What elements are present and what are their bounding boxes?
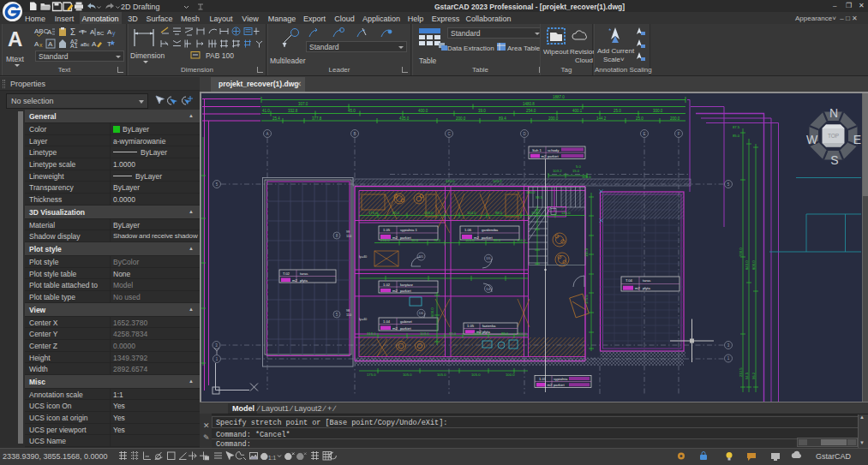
svg-text:T.04: T.04 [626,278,633,283]
svg-text:94.5: 94.5 [745,372,749,379]
svg-text:88.0: 88.0 [494,238,501,242]
svg-text:m2: m2 [392,289,398,293]
svg-text:sypialnia: sypialnia [554,377,568,381]
svg-text:103.2: 103.2 [553,169,562,173]
svg-text:parkiet: parkiet [554,383,565,387]
svg-text:parkiet: parkiet [548,154,559,158]
svg-text:400.0: 400.0 [418,109,428,113]
svg-text:200.0: 200.0 [456,116,466,121]
svg-text:1.02: 1.02 [383,283,391,287]
svg-text:A: A [92,40,97,48]
svg-text:100.0: 100.0 [506,373,515,377]
svg-text:D4: D4 [486,287,491,291]
svg-text:korytarz: korytarz [400,283,413,287]
svg-text:144.2: 144.2 [596,116,607,121]
svg-text:A: A [266,132,268,136]
svg-text:m2: m2 [548,383,553,387]
svg-text:C: C [447,132,451,136]
svg-text:5: 5 [727,182,730,187]
svg-text:A: A [47,28,52,36]
svg-text:185.0: 185.0 [424,211,434,215]
svg-text:15.0: 15.0 [572,169,580,173]
svg-text:25.0: 25.0 [636,116,644,121]
svg-text:93.0: 93.0 [449,331,457,336]
svg-text:300.0: 300.0 [653,109,663,113]
svg-text:103.2: 103.2 [493,179,502,183]
svg-text:E: E [853,133,861,146]
svg-text:25.0: 25.0 [614,109,621,113]
svg-text:D5: D5 [419,254,424,259]
svg-text:98.5: 98.5 [536,195,543,200]
svg-text:5: 5 [216,182,218,187]
svg-text:110: 110 [346,313,351,317]
svg-text:1: 1 [727,356,730,361]
svg-text:254.0: 254.0 [526,109,536,113]
svg-text:płyta: płyta [300,278,308,283]
svg-text:N: N [829,106,838,120]
svg-text:m2: m2 [635,286,640,290]
svg-text:D6: D6 [419,311,424,315]
svg-text:S: S [830,153,838,167]
svg-text:BC: BC [97,31,105,36]
svg-text:1.05: 1.05 [383,228,391,232]
svg-text:99: 99 [346,230,350,234]
svg-text:236.0: 236.0 [380,238,390,242]
svg-text:2D Drafting: 2D Drafting [121,3,160,11]
svg-text:m2: m2 [542,154,547,158]
svg-text:taras: taras [300,271,308,276]
svg-text:1.06: 1.06 [464,228,472,232]
svg-text:104.0: 104.0 [467,211,476,215]
svg-text:E: E [643,132,645,136]
svg-text:parkiet: parkiet [482,235,493,240]
svg-text:x: x [39,42,43,48]
svg-text:W: W [806,133,818,146]
svg-text:307.0: 307.0 [298,102,308,106]
svg-text:m2: m2 [292,278,297,283]
svg-text:140.0: 140.0 [561,211,571,215]
svg-text:98: 98 [346,309,350,313]
svg-text:1.05: 1.05 [467,324,475,328]
svg-text:3: 3 [215,343,218,348]
svg-text:Suh 1: Suh 1 [532,148,542,152]
svg-text:D5: D5 [486,256,491,260]
svg-text:45.0: 45.0 [348,109,356,113]
svg-text:103.0: 103.0 [420,331,429,336]
svg-text:85.0: 85.0 [733,134,740,138]
svg-text:A: A [48,40,53,48]
svg-text:96.2: 96.2 [751,372,756,379]
svg-text:105.0: 105.0 [473,331,482,336]
svg-text:5: 5 [336,313,338,317]
svg-text:parkiet: parkiet [400,235,411,240]
svg-text:łazienka: łazienka [482,324,496,328]
svg-text:50.0: 50.0 [411,238,419,242]
svg-text:41.0: 41.0 [262,109,270,113]
svg-text:175.5: 175.5 [584,295,589,304]
svg-text:ly=40: ly=40 [359,318,367,321]
svg-text:175.0: 175.0 [367,373,376,377]
svg-text:377.8: 377.8 [312,116,322,121]
svg-text:88.0: 88.0 [495,211,503,215]
svg-text:25.4: 25.4 [272,116,280,121]
svg-text:318.0: 318.0 [367,331,376,336]
svg-text:1887.0: 1887.0 [553,95,565,99]
svg-text:aBc: aBc [81,42,89,47]
svg-text:424.0: 424.0 [446,179,455,183]
svg-text:T: T [107,40,111,48]
svg-text:840.0: 840.0 [745,260,749,270]
svg-text:m2: m2 [474,235,479,240]
svg-text:1.04: 1.04 [383,319,391,324]
svg-text:800.0: 800.0 [751,260,756,270]
svg-text:105.0: 105.0 [403,373,412,377]
svg-text:B: B [353,132,356,136]
svg-text:158.0: 158.0 [531,211,541,215]
svg-text:212.5: 212.5 [739,367,743,377]
svg-text:39.0: 39.0 [478,109,486,113]
svg-text:435.0: 435.0 [399,116,410,121]
svg-text:5.0: 5.0 [576,164,581,169]
svg-text:332.8: 332.8 [288,109,298,113]
svg-text:F: F [678,132,680,136]
svg-text:schody: schody [548,148,560,152]
svg-text:600.0: 600.0 [430,307,434,317]
svg-text:sypialnia 1: sypialnia 1 [400,228,417,232]
svg-text:ly=40: ly=40 [359,255,367,259]
